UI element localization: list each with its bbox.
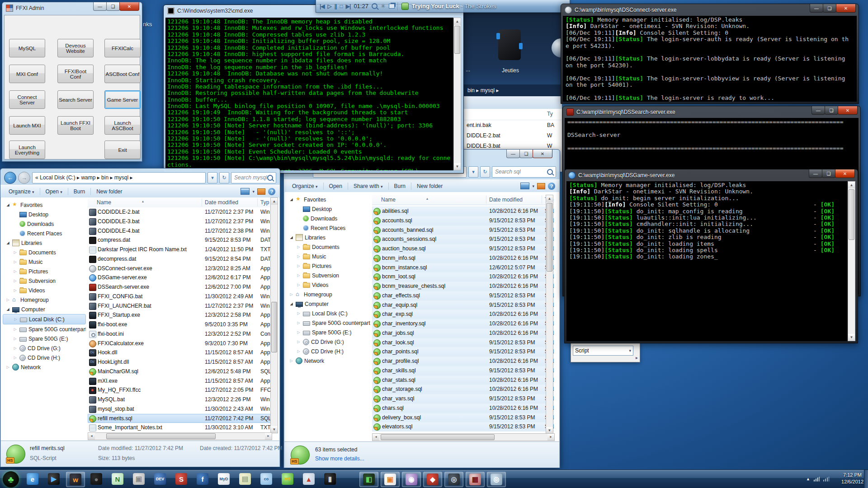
file-row[interactable]: Hook.dll11/15/2012 8:57 AMApp — [88, 348, 271, 357]
file-row[interactable]: CODIDDLE-4.bat11/27/2012 2:38 PMWin — [88, 226, 271, 236]
file-row[interactable]: char_inventory.sql10/28/2012 6:16 PMSQL — [372, 319, 554, 328]
file-row[interactable]: MainCharGM.sql12/6/2012 5:48 PMSQL — [88, 367, 271, 376]
sidebar-item-libraries[interactable]: ◢Libraries — [3, 238, 86, 248]
file-row[interactable]: DSConnect-server.exe12/3/2012 8:25 AMApp — [88, 264, 271, 273]
expander-icon[interactable]: ▷ — [296, 273, 301, 277]
network-icon[interactable] — [814, 477, 820, 482]
file-row[interactable]: char_points.sql9/15/2012 8:53 PMSQL — [372, 347, 554, 357]
expander-icon[interactable]: ◢ — [5, 307, 10, 311]
taskbar-pixel-app-icon[interactable]: ▦ — [466, 472, 485, 487]
file-row[interactable]: ent.ini.bakBA — [463, 120, 562, 131]
expander-icon[interactable]: ▷ — [5, 365, 10, 369]
breadcrumb[interactable]: bin ▸ mysql ▸ — [463, 84, 562, 96]
minimize-button[interactable]: — — [811, 106, 825, 115]
game-server-button[interactable]: Game Server — [104, 90, 141, 109]
view-dropdown[interactable]: ▾ — [252, 189, 255, 194]
taskbar-diamond-app-icon[interactable]: ◆ — [423, 472, 442, 487]
preview-pane-icon[interactable] — [537, 183, 545, 189]
sidebar-item-documents[interactable]: ▷Documents — [286, 242, 370, 252]
file-row[interactable]: CODIDDLE-3.bat11/27/2012 2:37 PMWin — [88, 217, 271, 226]
file-row[interactable]: char_stats.sql10/28/2012 6:16 PMSQL — [372, 375, 554, 385]
taskbar-folder-app-icon[interactable]: ▤ — [236, 472, 254, 486]
file-row[interactable]: bcnm_info.sql10/28/2012 6:16 PMSQL — [372, 253, 554, 263]
file-row[interactable]: CODIDDLE-2.bat11/27/2012 2:37 PMWin — [88, 207, 271, 217]
expander-icon[interactable]: ▷ — [296, 254, 301, 258]
signal-icon[interactable] — [823, 477, 829, 482]
minimize-button[interactable]: — — [810, 4, 823, 13]
show-hidden-icons[interactable]: ▲ — [806, 477, 810, 481]
taskbar-mysql-tool-icon[interactable]: MyD — [215, 472, 233, 486]
sidebar-item-recent-places[interactable]: Recent Places — [286, 223, 370, 233]
file-row[interactable]: char_effects.sql9/15/2012 8:53 PMSQL — [372, 291, 554, 300]
stop-icon[interactable]: □ — [340, 4, 343, 9]
sidebar-item-spare-500g-e-[interactable]: ▷Spare 500G (E:) — [3, 334, 86, 343]
file-row[interactable]: char_profile.sql10/28/2012 6:16 PMSQL — [372, 357, 554, 366]
sidebar-item-music[interactable]: ▷Music — [3, 257, 86, 267]
maximize-button[interactable]: ❏ — [823, 4, 836, 13]
expander-icon[interactable]: ▷ — [13, 356, 18, 360]
sidebar-item-cd-drive-h-[interactable]: ▷CD Drive (H:) — [3, 353, 86, 362]
new-folder-button[interactable]: New folder — [93, 188, 126, 196]
connect-server-button[interactable]: Connect Server — [9, 90, 45, 109]
expander-icon[interactable]: ▷ — [296, 264, 301, 268]
file-row[interactable]: accounts_sessions.sql9/15/2012 8:53 PMSQ… — [372, 235, 554, 244]
previous-track-icon[interactable]: |◀ — [320, 4, 325, 9]
expander-icon[interactable]: ▷ — [13, 317, 18, 321]
file-row[interactable]: FFXI_LAUNCHER.bat11/27/2012 2:37 PMWin — [88, 301, 271, 311]
taskbar-blue-feather-app-icon[interactable]: f — [193, 472, 212, 486]
file-row[interactable]: compress.dat9/15/2012 8:53 PMDAT — [88, 235, 271, 245]
sidebar-item-cd-drive-g-[interactable]: ▷CD Drive (G:) — [286, 337, 370, 347]
scroll-right-icon[interactable]: ▸ — [636, 355, 638, 360]
sidebar-item-spare-500g-counterpart[interactable]: ▷Spare 500G counterpart — [286, 318, 370, 328]
open-button[interactable]: Open ▾ — [42, 188, 66, 196]
exit-button[interactable]: Exit — [104, 141, 141, 159]
expander-icon[interactable]: ▷ — [289, 359, 294, 363]
file-row[interactable]: Darkstar Project IRC Room Name.txt1/24/2… — [88, 245, 271, 254]
file-row[interactable]: ffxi-boot.ini12/3/2012 2:52 PMCon — [88, 329, 271, 339]
taskbar-gray-app-icon[interactable]: ▣ — [130, 472, 148, 486]
file-row[interactable]: mXI.exe11/15/2012 8:57 AMApp — [88, 376, 271, 386]
mysql-button[interactable]: MySQL — [9, 39, 45, 57]
file-row[interactable]: FFXI_CONFIG.bat11/30/2012 2:49 AMWin — [88, 292, 271, 301]
ffxicalc-button[interactable]: FFXICalc — [104, 39, 141, 57]
taskbar-sphere-app-icon[interactable]: ◎ — [487, 472, 506, 487]
pause-icon[interactable]: || — [335, 4, 337, 9]
sidebar-item-local-disk-c-[interactable]: ▷Local Disk (C:) — [286, 309, 370, 318]
expander-icon[interactable]: ▷ — [296, 311, 301, 315]
file-row[interactable]: DSSearch-server.exe12/6/2012 7:00 PMApp — [88, 282, 271, 292]
sidebar-item-documents[interactable]: ▷Documents — [3, 248, 86, 257]
sidebar-item-downloads[interactable]: Downloads — [286, 214, 370, 223]
ascboot-conf-button[interactable]: ASCBoot Conf — [104, 65, 141, 83]
file-row[interactable]: bcnm_treasure_chests.sql10/28/2012 6:16 … — [372, 282, 554, 291]
sidebar-item-videos[interactable]: ▷Videos — [3, 286, 86, 295]
taskbar-red-app-icon[interactable]: S — [172, 472, 190, 486]
file-row[interactable]: delivery_box.sql9/15/2012 8:53 PMSQL — [372, 413, 554, 422]
mxi-conf-button[interactable]: MXI Conf — [9, 65, 45, 83]
file-row[interactable]: accounts_banned.sql9/15/2012 8:53 PMSQL — [372, 225, 554, 235]
jeuties-folder-icon[interactable] — [498, 29, 521, 60]
expander-icon[interactable]: ▷ — [13, 346, 18, 350]
back-button[interactable]: ← — [4, 172, 16, 184]
expander-icon[interactable]: ◢ — [289, 235, 294, 239]
expander-icon[interactable]: ▷ — [296, 283, 301, 287]
expander-icon[interactable]: ▷ — [13, 269, 18, 273]
file-row[interactable]: char_look.sql9/15/2012 8:53 PMSQL — [372, 338, 554, 347]
maximize-button[interactable]: ❏ — [822, 169, 835, 178]
refresh-button[interactable]: ↻ — [480, 166, 490, 178]
vertical-scrollbar[interactable]: ▲▼ — [270, 197, 278, 433]
sidebar-item-cd-drive-h-[interactable]: ▷CD Drive (H:) — [286, 347, 370, 356]
file-row[interactable]: char_jobs.sql10/28/2012 6:16 PMSQL — [372, 328, 554, 338]
vertical-scrollbar[interactable]: ▲▼ — [848, 181, 855, 341]
sidebar-item-music[interactable]: ▷Music — [286, 252, 370, 261]
close-button[interactable]: ✕ — [835, 169, 855, 178]
expander-icon[interactable]: ▷ — [296, 349, 301, 353]
taskbar-ffxi-playonline-icon[interactable]: ◎ — [444, 472, 463, 487]
search-icon[interactable] — [372, 3, 377, 9]
sidebar-item-videos[interactable]: ▷Videos — [286, 280, 370, 290]
sidebar-item-network[interactable]: ▷Network — [286, 356, 370, 366]
maximize-button[interactable]: ❏ — [519, 150, 533, 158]
taskbar-tiles-app-icon[interactable]: ▣ — [381, 472, 400, 487]
show-more-details-link[interactable]: Show more details... — [315, 455, 364, 462]
expander-icon[interactable]: ▷ — [296, 245, 301, 249]
file-row[interactable]: chars.sql10/28/2012 6:16 PMSQL — [372, 404, 554, 413]
